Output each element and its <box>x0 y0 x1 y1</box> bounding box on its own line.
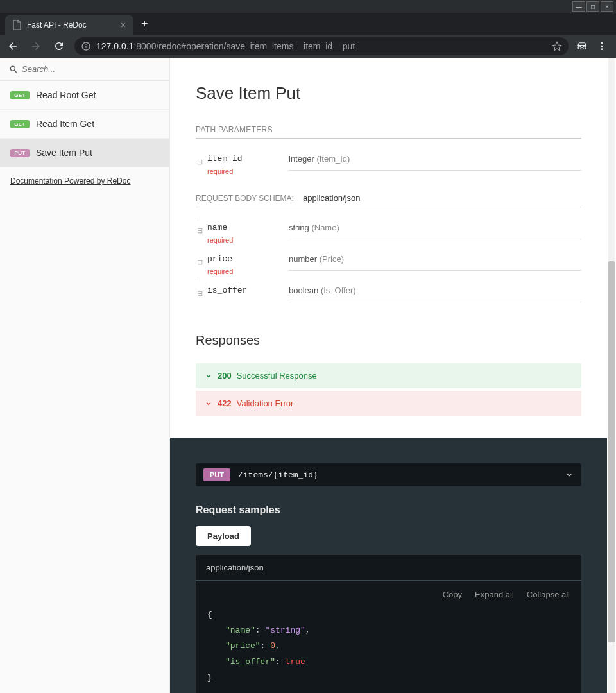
param-name-cell: ⊟ item_id required <box>196 154 289 175</box>
close-tab-icon[interactable]: × <box>121 20 126 30</box>
tree-line <box>196 218 196 249</box>
code-content-type[interactable]: application/json <box>196 555 581 581</box>
endpoint-selector[interactable]: PUT /items/{item_id} <box>196 463 581 486</box>
site-info-icon[interactable] <box>81 41 91 51</box>
url-bar[interactable]: 127.0.0.1:8000/redoc#operation/save_item… <box>74 37 569 55</box>
sidebar-item-save-item[interactable]: PUT Save Item Put <box>0 139 169 167</box>
minimize-button[interactable]: — <box>572 1 585 12</box>
search-row <box>0 58 169 81</box>
svg-point-5 <box>601 48 603 50</box>
sidebar-item-read-root[interactable]: GET Read Root Get <box>0 81 169 110</box>
svg-point-6 <box>10 66 15 71</box>
path-params-label: PATH PARAMETERS <box>196 125 581 139</box>
expand-all-button[interactable]: Expand all <box>475 590 514 599</box>
param-type: number (Price) <box>289 254 581 271</box>
request-body-label: REQUEST BODY SCHEMA: <box>196 194 294 203</box>
samples-panel: PUT /items/{item_id} Request samples Pay… <box>170 438 607 693</box>
body-params-table: ⊟ name required string (Name) ⊟ price re… <box>196 218 581 307</box>
chevron-down-icon <box>565 470 574 479</box>
tab-title: Fast API - ReDoc <box>27 21 116 30</box>
response-422[interactable]: 422 Validation Error <box>196 391 581 416</box>
response-200[interactable]: 200 Successful Response <box>196 363 581 388</box>
main-panel: Save Item Put PATH PARAMETERS ⊟ item_id … <box>170 58 616 693</box>
param-name-cell: ⊟ price required <box>196 254 289 275</box>
svg-point-2 <box>85 44 86 45</box>
collapse-all-button[interactable]: Collapse all <box>527 590 570 599</box>
sidebar-item-label: Read Root Get <box>36 90 96 100</box>
chevron-down-icon <box>205 372 212 380</box>
param-row: ⊟ is_offer boolean (Is_Offer) <box>196 280 581 307</box>
tree-icon: ⊟ <box>197 227 203 235</box>
document-icon <box>13 20 22 30</box>
search-input[interactable] <box>22 64 160 74</box>
method-badge: PUT <box>10 149 30 157</box>
param-required: required <box>207 236 233 244</box>
svg-point-4 <box>601 46 603 47</box>
method-badge: GET <box>10 91 30 99</box>
param-name-cell: ⊟ name required <box>196 223 289 244</box>
param-type: boolean (Is_Offer) <box>289 286 581 302</box>
search-icon <box>9 65 18 74</box>
maximize-button[interactable]: □ <box>586 1 599 12</box>
star-icon[interactable] <box>552 41 562 51</box>
incognito-icon[interactable] <box>576 40 588 52</box>
code-block: { "name": "string", "price": 0, "is_offe… <box>196 603 581 693</box>
copy-button[interactable]: Copy <box>443 590 462 599</box>
svg-line-7 <box>15 70 17 72</box>
param-row: ⊟ item_id required integer (Item_Id) <box>196 149 581 180</box>
tree-icon: ⊟ <box>197 258 203 266</box>
code-actions: Copy Expand all Collapse all <box>196 581 581 603</box>
param-name: name <box>207 223 227 232</box>
nav-bar: 127.0.0.1:8000/redoc#operation/save_item… <box>0 35 616 58</box>
new-tab-button[interactable]: + <box>133 17 156 31</box>
param-row: ⊟ price required number (Price) <box>196 249 581 280</box>
endpoint-method-badge: PUT <box>203 468 230 481</box>
tree-icon: ⊟ <box>197 289 203 298</box>
param-required: required <box>207 268 233 275</box>
sidebar-item-label: Read Item Get <box>36 119 94 129</box>
browser-chrome: — □ × Fast API - ReDoc × + 127.0.0.1: <box>0 0 616 58</box>
page-scrollbar[interactable] <box>608 58 615 693</box>
sidebar-footer-link[interactable]: Documentation Powered by ReDoc <box>0 167 169 194</box>
response-code: 422 <box>218 398 232 408</box>
page-content: GET Read Root Get GET Read Item Get PUT … <box>0 58 616 693</box>
operation-title: Save Item Put <box>196 83 581 103</box>
payload-tab[interactable]: Payload <box>196 526 251 546</box>
close-window-button[interactable]: × <box>601 1 613 12</box>
sidebar-item-label: Save Item Put <box>36 148 92 158</box>
sidebar: GET Read Root Get GET Read Item Get PUT … <box>0 58 170 693</box>
path-params-table: ⊟ item_id required integer (Item_Id) <box>196 149 581 180</box>
back-button[interactable] <box>5 40 21 52</box>
operation-section: Save Item Put PATH PARAMETERS ⊟ item_id … <box>170 58 607 438</box>
request-body-content-type[interactable]: application/json <box>303 193 361 203</box>
svg-point-3 <box>601 42 603 44</box>
browser-tab[interactable]: Fast API - ReDoc × <box>5 15 133 35</box>
param-name: item_id <box>207 154 243 164</box>
method-badge: GET <box>10 120 30 128</box>
response-text: Successful Response <box>237 371 317 381</box>
endpoint-path: /items/{item_id} <box>238 470 557 480</box>
tab-bar: Fast API - ReDoc × + <box>0 13 616 35</box>
samples-title: Request samples <box>196 504 581 516</box>
window-controls: — □ × <box>0 0 616 13</box>
menu-icon[interactable] <box>597 41 607 51</box>
param-name: price <box>207 254 232 264</box>
request-body-header: REQUEST BODY SCHEMA: application/json <box>196 193 581 207</box>
code-sample: application/json Copy Expand all Collaps… <box>196 555 581 693</box>
url-text: 127.0.0.1:8000/redoc#operation/save_item… <box>96 41 547 51</box>
param-type: string (Name) <box>289 223 581 239</box>
nav-right <box>576 40 611 52</box>
sidebar-item-read-item[interactable]: GET Read Item Get <box>0 110 169 139</box>
param-name: is_offer <box>207 286 247 295</box>
param-row: ⊟ name required string (Name) <box>196 218 581 249</box>
chevron-down-icon <box>205 400 212 407</box>
reload-button[interactable] <box>51 40 67 52</box>
response-code: 200 <box>218 371 232 381</box>
param-type: integer (Item_Id) <box>289 154 581 171</box>
forward-button[interactable] <box>28 40 44 52</box>
response-text: Validation Error <box>237 398 294 408</box>
tree-line <box>196 249 196 280</box>
param-required: required <box>207 167 233 175</box>
responses-title: Responses <box>196 333 581 348</box>
scrollbar-thumb[interactable] <box>608 261 615 642</box>
